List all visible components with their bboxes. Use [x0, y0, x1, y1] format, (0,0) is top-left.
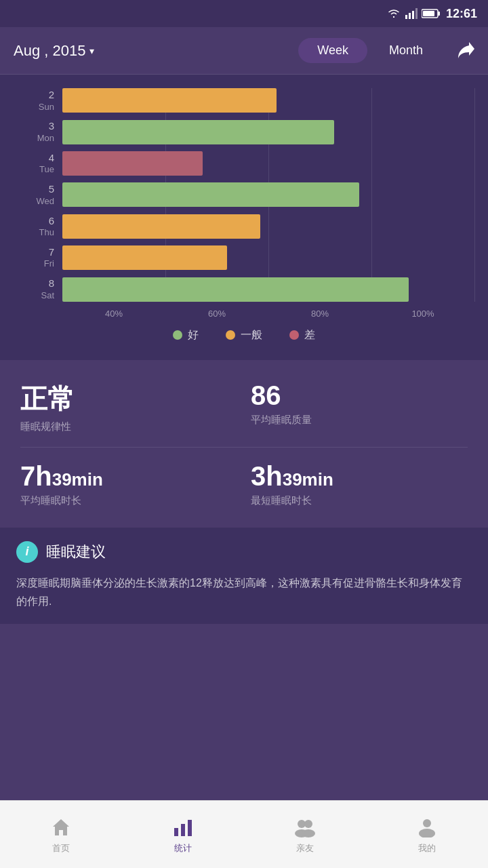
nav-label-stats: 统计 — [174, 842, 192, 854]
x-label-40: 40% — [62, 309, 165, 319]
stat-min-duration-value: 3h39min — [251, 461, 468, 492]
date-text: Aug , 2015 — [14, 42, 85, 60]
svg-rect-8 — [181, 824, 185, 836]
day-name-mon: Mon — [14, 133, 54, 144]
status-bar: 12:61 — [0, 0, 488, 27]
bar-row-wed: 5 Wed — [14, 182, 474, 207]
legend-label-poor: 差 — [304, 328, 315, 342]
bar-track-thu — [62, 214, 474, 239]
nav-label-home: 首页 — [52, 842, 70, 854]
svg-point-11 — [304, 820, 312, 828]
bar-track-wed — [62, 182, 474, 207]
bar-label-wed: 5 Wed — [14, 182, 62, 207]
dropdown-arrow-icon[interactable]: ▾ — [89, 45, 94, 56]
svg-rect-3 — [415, 8, 418, 19]
day-name-tue: Tue — [14, 164, 54, 176]
nav-item-stats[interactable]: 统计 — [171, 815, 195, 854]
nav-item-mine[interactable]: 我的 — [415, 815, 439, 854]
clock: 12:61 — [446, 7, 477, 21]
stat-regularity: 正常 睡眠规律性 — [20, 380, 237, 433]
day-num-7: 7 — [14, 245, 54, 259]
x-axis: 40% 60% 80% 100% — [14, 309, 474, 319]
nav-label-friends: 亲友 — [296, 842, 314, 854]
svg-rect-9 — [188, 820, 192, 836]
stat-regularity-label: 睡眠规律性 — [20, 420, 237, 433]
x-label-60: 60% — [165, 309, 268, 319]
stats-section: 正常 睡眠规律性 86 平均睡眠质量 7h39min 平均睡眠时长 3h39mi… — [0, 367, 488, 521]
tab-month[interactable]: Month — [370, 38, 442, 63]
nav-label-mine: 我的 — [418, 842, 436, 854]
stat-quality-label: 平均睡眠质量 — [251, 414, 468, 427]
stat-regularity-value: 正常 — [20, 380, 237, 418]
bar-row-tue: 4 Tue — [14, 151, 474, 176]
status-icons — [386, 8, 441, 19]
svg-rect-0 — [405, 15, 407, 19]
advice-header: i 睡眠建议 — [16, 541, 472, 563]
bar-label-sun: 2 Sun — [14, 88, 62, 113]
stat-quality: 86 平均睡眠质量 — [251, 380, 468, 433]
bar-label-thu: 6 Thu — [14, 214, 62, 239]
bar-row-mon: 3 Mon — [14, 119, 474, 144]
day-num-4: 4 — [14, 151, 54, 165]
nav-item-friends[interactable]: 亲友 — [293, 815, 317, 854]
legend-average: 一般 — [226, 328, 262, 342]
stat-avg-duration-value: 7h39min — [20, 461, 237, 492]
stat-avg-duration-label: 平均睡眠时长 — [20, 494, 237, 507]
avg-duration-min: 39min — [52, 469, 103, 490]
bar-track-fri — [62, 245, 474, 270]
header: Aug , 2015 ▾ Week Month — [0, 27, 488, 75]
bar-label-sat: 8 Sat — [14, 277, 62, 301]
bar-label-mon: 3 Mon — [14, 119, 62, 144]
svg-rect-6 — [423, 11, 434, 16]
x-label-100: 100% — [371, 309, 474, 319]
bar-row-thu: 6 Thu — [14, 214, 474, 239]
svg-rect-2 — [412, 11, 414, 19]
min-duration-min: 39min — [283, 469, 333, 490]
x-label-80: 80% — [268, 309, 371, 319]
bar-label-tue: 4 Tue — [14, 151, 62, 176]
legend-poor: 差 — [289, 328, 315, 342]
legend-dot-poor — [289, 330, 299, 340]
chart-legend: 好 一般 差 — [14, 328, 474, 349]
svg-point-14 — [423, 819, 431, 827]
bar-chart: 2 Sun 3 Mon 4 Tue — [14, 88, 474, 302]
info-icon: i — [16, 541, 38, 563]
nav-item-home[interactable]: 首页 — [49, 815, 73, 854]
share-button[interactable] — [455, 39, 474, 62]
min-duration-hours: 3h — [251, 461, 283, 491]
advice-title: 睡眠建议 — [46, 542, 106, 562]
bar-fill-wed — [62, 182, 359, 207]
stats-grid-2: 7h39min 平均睡眠时长 3h39min 最短睡眠时长 — [20, 461, 468, 507]
day-num-8: 8 — [14, 277, 54, 290]
tab-week[interactable]: Week — [298, 38, 367, 63]
advice-text: 深度睡眠期脑垂体分泌的生长激素的12释放达到高峰，这种激素具有促进骨骼生长和身体… — [16, 574, 472, 610]
signal-icon — [405, 8, 418, 19]
battery-icon — [422, 9, 441, 18]
date-selector[interactable]: Aug , 2015 ▾ — [14, 42, 298, 60]
grid-line-100 — [474, 88, 475, 302]
stat-min-duration-label: 最短睡眠时长 — [251, 494, 468, 507]
bar-track-mon — [62, 120, 474, 144]
day-name-fri: Fri — [14, 258, 54, 270]
stat-min-duration: 3h39min 最短睡眠时长 — [251, 461, 468, 507]
day-num-5: 5 — [14, 182, 54, 196]
stat-quality-value: 86 — [251, 380, 468, 411]
home-icon — [49, 815, 73, 840]
day-name-thu: Thu — [14, 227, 54, 239]
home-icon-svg — [51, 817, 71, 837]
bar-fill-sun — [62, 88, 277, 113]
bar-fill-tue — [62, 151, 203, 176]
wifi-icon — [386, 8, 401, 19]
chart-area: 2 Sun 3 Mon 4 Tue — [0, 75, 488, 360]
bar-fill-sat — [62, 277, 409, 302]
day-name-sat: Sat — [14, 290, 54, 302]
svg-rect-7 — [174, 828, 178, 836]
svg-rect-1 — [409, 13, 411, 19]
stats-divider — [20, 447, 468, 448]
day-num-3: 3 — [14, 119, 54, 133]
friends-icon-svg — [293, 817, 317, 837]
day-name-wed: Wed — [14, 196, 54, 208]
legend-label-good: 好 — [188, 328, 199, 342]
friends-icon — [293, 815, 317, 840]
stats-grid: 正常 睡眠规律性 86 平均睡眠质量 — [20, 380, 468, 433]
